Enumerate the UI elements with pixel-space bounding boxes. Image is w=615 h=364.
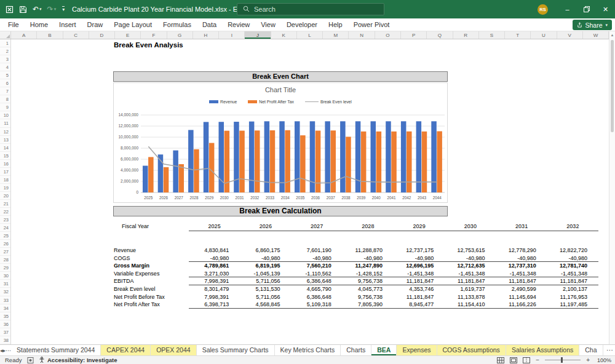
- value-cell[interactable]: -1,451,348: [496, 270, 547, 277]
- customize-qat-icon[interactable]: ▾: [62, 6, 65, 12]
- value-cell[interactable]: 6,398,713: [189, 301, 240, 308]
- sheet-tab-charts[interactable]: Charts: [341, 345, 371, 355]
- row-header-23[interactable]: 23: [0, 216, 10, 224]
- row-header-13[interactable]: 13: [0, 136, 10, 144]
- row-label[interactable]: EBITDA: [114, 277, 189, 285]
- zoom-slider[interactable]: [545, 360, 581, 360]
- more-sheets-icon[interactable]: ⋯: [605, 346, 615, 354]
- ribbon-tab-insert[interactable]: Insert: [54, 18, 82, 31]
- sheet-tab-statements-summary-2044[interactable]: Statements Summary 2044: [11, 345, 101, 355]
- year-cell-2032[interactable]: 2032: [547, 222, 598, 231]
- value-cell[interactable]: 11,166,226: [496, 301, 547, 308]
- row-header-14[interactable]: 14: [0, 144, 10, 152]
- value-cell[interactable]: 11,181,847: [547, 277, 598, 285]
- value-cell[interactable]: 9,756,738: [343, 293, 394, 301]
- row-header-24[interactable]: 24: [0, 224, 10, 232]
- avatar[interactable]: RS: [538, 4, 548, 15]
- column-header-o[interactable]: O: [375, 31, 401, 39]
- row-header-12[interactable]: 12: [0, 128, 10, 136]
- row-header-15[interactable]: 15: [0, 152, 10, 160]
- value-cell[interactable]: -40,980: [343, 255, 394, 262]
- fiscal-year-label[interactable]: Fiscal Year: [114, 222, 189, 231]
- row-label[interactable]: Revenue: [114, 247, 189, 255]
- value-cell[interactable]: -40,980: [496, 255, 547, 262]
- value-cell[interactable]: 7,805,390: [343, 301, 394, 308]
- row-label[interactable]: COGS: [114, 255, 189, 263]
- year-cell-2028[interactable]: 2028: [343, 222, 394, 231]
- row-header-28[interactable]: 28: [0, 256, 10, 264]
- column-header-d[interactable]: D: [89, 31, 115, 39]
- save-icon[interactable]: [19, 6, 27, 14]
- year-cell-2030[interactable]: 2030: [445, 222, 496, 231]
- value-cell[interactable]: 11,154,410: [445, 301, 496, 308]
- row-header-25[interactable]: 25: [0, 232, 10, 240]
- value-cell[interactable]: 8,301,479: [189, 285, 240, 293]
- select-all-corner[interactable]: [0, 31, 11, 39]
- value-cell[interactable]: 11,181,847: [394, 293, 445, 301]
- column-header-c[interactable]: C: [63, 31, 89, 39]
- column-header-p[interactable]: P: [401, 31, 427, 39]
- break-even-chart[interactable]: 02,000,0004,000,0006,000,0008,000,00010,…: [113, 82, 448, 203]
- ribbon-tab-draw[interactable]: Draw: [82, 18, 109, 31]
- value-cell[interactable]: 6,386,648: [292, 293, 343, 301]
- row-header-16[interactable]: 16: [0, 160, 10, 168]
- column-header-f[interactable]: F: [141, 31, 167, 39]
- value-cell[interactable]: 8,945,477: [394, 301, 445, 308]
- value-cell[interactable]: 6,819,195: [240, 262, 291, 270]
- row-header-17[interactable]: 17: [0, 168, 10, 176]
- value-cell[interactable]: 12,822,720: [547, 247, 598, 255]
- ribbon-tab-view[interactable]: View: [255, 18, 281, 31]
- row-label[interactable]: Variable Expenses: [114, 270, 189, 278]
- sheet-tab-cha[interactable]: Cha: [579, 345, 603, 355]
- ribbon-tab-file[interactable]: File: [2, 18, 25, 31]
- sheet-tab-sales-summary-charts[interactable]: Sales Summary Charts: [197, 345, 275, 355]
- ribbon-tab-page-layout[interactable]: Page Layout: [108, 18, 157, 31]
- value-cell[interactable]: 12,778,290: [496, 247, 547, 255]
- column-header-q[interactable]: Q: [427, 31, 453, 39]
- row-header-22[interactable]: 22: [0, 208, 10, 216]
- value-cell[interactable]: -1,110,562: [292, 270, 343, 277]
- value-cell[interactable]: 12,781,740: [547, 262, 598, 270]
- scroll-up-icon[interactable]: ▲: [609, 31, 615, 39]
- value-cell[interactable]: 5,711,056: [240, 293, 291, 301]
- sheet-nav-more-icon[interactable]: ⋯: [6, 345, 11, 355]
- minimize-button[interactable]: –: [558, 0, 577, 18]
- value-cell[interactable]: -40,980: [292, 255, 343, 262]
- value-cell[interactable]: 11,181,847: [496, 277, 547, 285]
- value-cell[interactable]: 11,145,694: [496, 293, 547, 301]
- close-button[interactable]: ✕: [596, 0, 615, 18]
- value-cell[interactable]: 11,288,870: [343, 247, 394, 255]
- undo-button[interactable]: ↶▾: [33, 6, 42, 13]
- row-header-20[interactable]: 20: [0, 192, 10, 200]
- value-cell[interactable]: 6,386,648: [292, 277, 343, 285]
- value-cell[interactable]: -40,980: [445, 255, 496, 262]
- redo-button[interactable]: ↷▾: [47, 6, 57, 13]
- row-header-27[interactable]: 27: [0, 248, 10, 256]
- row-label[interactable]: Break Even level: [114, 285, 189, 293]
- ribbon-tab-formulas[interactable]: Formulas: [157, 18, 197, 31]
- row-header-26[interactable]: 26: [0, 240, 10, 248]
- zoom-out-button[interactable]: −: [536, 357, 539, 363]
- page-layout-view-icon[interactable]: [510, 357, 517, 363]
- value-cell[interactable]: 12,712,635: [445, 262, 496, 270]
- sheet-tab-capex-2044[interactable]: CAPEX 2044: [101, 345, 151, 355]
- row-header-19[interactable]: 19: [0, 184, 10, 192]
- value-cell[interactable]: 5,131,530: [240, 285, 291, 293]
- ribbon-tab-review[interactable]: Review: [222, 18, 255, 31]
- value-cell[interactable]: 11,247,890: [343, 262, 394, 270]
- restore-button[interactable]: [577, 0, 596, 18]
- excel-app-icon[interactable]: [6, 6, 14, 14]
- accessibility-status[interactable]: Accessibility: Investigate: [39, 357, 117, 363]
- value-cell[interactable]: 12,737,175: [394, 247, 445, 255]
- value-cell[interactable]: 5,109,318: [292, 301, 343, 308]
- row-header-8[interactable]: 8: [0, 95, 10, 103]
- row-header-5[interactable]: 5: [0, 71, 10, 79]
- row-header-9[interactable]: 9: [0, 103, 10, 111]
- vertical-scrollbar-thumb[interactable]: [611, 40, 614, 132]
- column-header-w[interactable]: W: [583, 31, 609, 39]
- row-header-4[interactable]: 4: [0, 63, 10, 71]
- value-cell[interactable]: 5,711,056: [240, 277, 291, 285]
- value-cell[interactable]: 11,133,878: [445, 293, 496, 301]
- value-cell[interactable]: -1,451,348: [445, 270, 496, 277]
- zoom-level[interactable]: 100%: [595, 357, 611, 363]
